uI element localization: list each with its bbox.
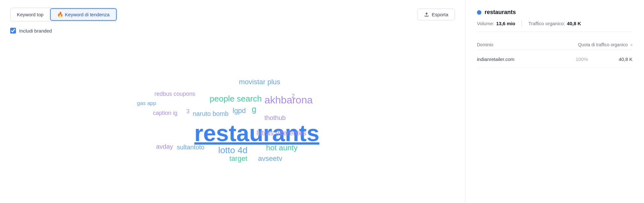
fire-icon: 🔥 [57, 12, 63, 17]
word-cloud-word[interactable]: letras diferentes [257, 129, 307, 137]
traffic-label: Traffico organico: [528, 21, 565, 26]
word-cloud-word[interactable]: sultantoto [177, 143, 205, 151]
metrics-row: Volume: 13,6 mio Traffico organico: 40,8… [477, 20, 633, 32]
table-body: indianretailer.com 100% 40,8 K [477, 51, 633, 67]
volume-value: 13,6 mio [496, 21, 515, 26]
volume-metric: Volume: 13,6 mio [477, 21, 515, 26]
left-panel: Keyword top 🔥 Keyword di tendenza Esport… [0, 0, 465, 203]
word-cloud-word[interactable]: hot aunty [266, 143, 298, 153]
filter-icon: ≡ [630, 43, 633, 47]
right-panel: restaurants Volume: 13,6 mio Traffico or… [465, 0, 644, 203]
keyword-dot [477, 10, 481, 15]
word-cloud-word[interactable]: caption ig [153, 110, 178, 117]
export-button[interactable]: Esporta [417, 9, 455, 20]
word-cloud-word[interactable]: 3 [187, 108, 190, 115]
word-cloud-area: restaurantsakhbaronamovistar pluspeople … [10, 40, 455, 195]
export-icon [424, 12, 429, 17]
word-cloud-word[interactable]: 2 [292, 93, 295, 100]
row-pct: 100% [576, 56, 588, 62]
word-cloud-word[interactable]: target [230, 154, 247, 163]
tab-group: Keyword top 🔥 Keyword di tendenza [10, 8, 117, 21]
branded-label: Includi branded [19, 28, 52, 34]
word-cloud-word[interactable]: gas app [137, 100, 157, 107]
row-domain: indianretailer.com [477, 56, 515, 62]
table-header: Dominio Quota di traffico organico ≡ [477, 40, 633, 50]
metric-divider [522, 20, 522, 26]
keyword-name: restaurants [485, 9, 516, 16]
branded-checkbox[interactable] [10, 28, 16, 34]
keyword-title: restaurants [477, 9, 633, 16]
word-cloud-word[interactable]: avday [156, 143, 173, 150]
word-cloud-word[interactable]: lgpd [233, 107, 246, 115]
traffic-value: 40,8 K [567, 21, 581, 26]
word-cloud-word[interactable]: thothub [265, 114, 286, 122]
word-cloud-word[interactable]: akhbarona [265, 94, 313, 106]
word-cloud-word[interactable]: lotto 4d [218, 145, 248, 156]
tab-keyword-top[interactable]: Keyword top [11, 9, 50, 20]
word-cloud: restaurantsakhbaronamovistar pluspeople … [124, 57, 341, 178]
toolbar: Keyword top 🔥 Keyword di tendenza Esport… [10, 8, 455, 21]
table-row: indianretailer.com 100% 40,8 K [477, 51, 633, 67]
word-cloud-word[interactable]: movistar plus [239, 78, 281, 86]
word-cloud-word[interactable]: redbus coupons [155, 91, 195, 98]
col-domain-header: Dominio [477, 42, 493, 47]
word-cloud-word[interactable]: avseetv [258, 154, 282, 163]
tab-keyword-trending[interactable]: 🔥 Keyword di tendenza [50, 8, 116, 21]
branded-checkbox-row: Includi branded [10, 28, 455, 34]
word-cloud-word[interactable]: g [252, 104, 256, 114]
traffic-metric: Traffico organico: 40,8 K [528, 21, 581, 26]
word-cloud-word[interactable]: naruto bomb [193, 110, 229, 117]
volume-label: Volume: [477, 21, 494, 26]
row-traffic: 40,8 K [613, 56, 633, 62]
word-cloud-word[interactable]: people search [210, 94, 262, 104]
col-traffic-header: Quota di traffico organico ≡ [578, 42, 633, 47]
